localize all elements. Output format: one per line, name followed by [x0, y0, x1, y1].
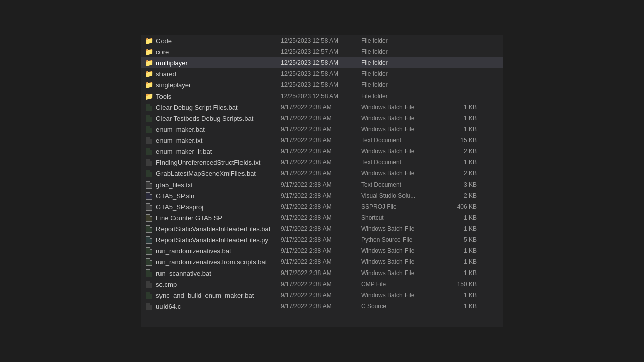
- file-name-label: Line Counter GTA5 SP: [156, 214, 222, 222]
- file-type: Text Document: [361, 181, 442, 188]
- file-name: 📁 Code: [145, 37, 281, 45]
- file-name: ReportStaticVariablesInHeaderFiles.py: [145, 236, 281, 244]
- file-name: 📁 core: [145, 48, 281, 56]
- bat-file-icon: [145, 291, 153, 299]
- list-item[interactable]: GTA5_SP.sln 9/17/2022 2:38 AM Visual Stu…: [141, 190, 503, 201]
- file-type: C Source: [361, 303, 442, 310]
- file-name: Line Counter GTA5 SP: [145, 214, 281, 222]
- file-name-label: GrabLatestMapSceneXmlFiles.bat: [156, 170, 256, 177]
- file-date: 9/17/2022 2:38 AM: [281, 203, 361, 210]
- file-date: 9/17/2022 2:38 AM: [281, 115, 361, 122]
- list-item[interactable]: GrabLatestMapSceneXmlFiles.bat 9/17/2022…: [141, 168, 503, 179]
- bat-file-icon: [145, 114, 153, 122]
- list-item[interactable]: Clear Testbeds Debug Scripts.bat 9/17/20…: [141, 113, 503, 124]
- file-name: sync_and_build_enum_maker.bat: [145, 291, 281, 299]
- list-item[interactable]: 📁 multiplayer 12/25/2023 12:58 AM File f…: [141, 57, 503, 68]
- file-name-label: run_scannative.bat: [156, 269, 211, 277]
- file-name: enum_maker.txt: [145, 136, 281, 144]
- list-item[interactable]: enum_maker.bat 9/17/2022 2:38 AM Windows…: [141, 124, 503, 135]
- bat-file-icon: [145, 269, 153, 277]
- generic-file-icon: [145, 180, 153, 189]
- file-date: 9/17/2022 2:38 AM: [281, 104, 361, 111]
- bat-file-icon: [145, 247, 153, 255]
- list-item[interactable]: 📁 Tools 12/25/2023 12:58 AM File folder: [141, 90, 503, 102]
- file-size: 1 KB: [442, 225, 477, 232]
- file-name: 📁 singleplayer: [145, 81, 281, 89]
- list-item[interactable]: 📁 core 12/25/2023 12:57 AM File folder: [141, 46, 503, 57]
- list-item[interactable]: Clear Debug Script Files.bat 9/17/2022 2…: [141, 102, 503, 113]
- file-date: 9/17/2022 2:38 AM: [281, 181, 361, 188]
- file-name-label: run_randomizenatives.from.scripts.bat: [156, 258, 267, 266]
- file-date: 9/17/2022 2:38 AM: [281, 269, 361, 277]
- list-item[interactable]: ReportStaticVariablesInHeaderFiles.bat 9…: [141, 223, 503, 234]
- list-item[interactable]: enum_maker.txt 9/17/2022 2:38 AM Text Do…: [141, 135, 503, 146]
- file-date: 9/17/2022 2:38 AM: [281, 303, 361, 310]
- file-name: GTA5_SP.sln: [145, 192, 281, 200]
- file-name: run_randomizenatives.from.scripts.bat: [145, 258, 281, 266]
- file-name: 📁 multiplayer: [145, 59, 281, 67]
- file-name-label: sc.cmp: [156, 281, 177, 288]
- file-date: 9/17/2022 2:38 AM: [281, 137, 361, 144]
- file-type: Windows Batch File: [361, 269, 442, 277]
- file-name-label: GTA5_SP.sln: [156, 192, 194, 200]
- file-name: FindingUnreferencedStructFields.txt: [145, 158, 281, 166]
- generic-file-icon: [145, 203, 153, 211]
- file-date: 9/17/2022 2:38 AM: [281, 225, 361, 232]
- file-type: Windows Batch File: [361, 247, 442, 254]
- list-item[interactable]: run_scannative.bat 9/17/2022 2:38 AM Win…: [141, 267, 503, 279]
- file-type: Windows Batch File: [361, 104, 442, 111]
- bat-file-icon: [145, 225, 153, 233]
- file-name: 📁 shared: [145, 70, 281, 78]
- file-date: 9/17/2022 2:38 AM: [281, 192, 361, 199]
- file-type: File folder: [361, 59, 442, 66]
- file-size: 15 KB: [442, 137, 477, 144]
- file-name-label: Clear Debug Script Files.bat: [156, 104, 238, 111]
- file-date: 12/25/2023 12:58 AM: [281, 81, 361, 88]
- file-size: 1 KB: [442, 303, 477, 310]
- folder-icon: 📁: [145, 48, 153, 56]
- file-name: GrabLatestMapSceneXmlFiles.bat: [145, 169, 281, 177]
- list-item[interactable]: gta5_files.txt 9/17/2022 2:38 AM Text Do…: [141, 179, 503, 190]
- list-item[interactable]: run_randomizenatives.from.scripts.bat 9/…: [141, 256, 503, 267]
- list-item[interactable]: 📁 shared 12/25/2023 12:58 AM File folder: [141, 68, 503, 79]
- generic-file-icon: [145, 136, 153, 144]
- folder-icon: 📁: [145, 70, 153, 78]
- list-item[interactable]: sc.cmp 9/17/2022 2:38 AM CMP File 150 KB: [141, 279, 503, 290]
- file-name: Clear Debug Script Files.bat: [145, 103, 281, 111]
- file-name-label: enum_maker_ir.bat: [156, 148, 212, 155]
- file-date: 12/25/2023 12:58 AM: [281, 93, 361, 100]
- file-name-label: FindingUnreferencedStructFields.txt: [156, 159, 260, 166]
- file-name: 📁 Tools: [145, 92, 281, 100]
- list-item[interactable]: sync_and_build_enum_maker.bat 9/17/2022 …: [141, 290, 503, 301]
- folder-icon: 📁: [145, 92, 153, 100]
- file-name-label: Tools: [156, 93, 171, 100]
- folder-icon: 📁: [145, 81, 153, 89]
- list-item[interactable]: 📁 singleplayer 12/25/2023 12:58 AM File …: [141, 79, 503, 90]
- file-name: Clear Testbeds Debug Scripts.bat: [145, 114, 281, 122]
- list-item[interactable]: enum_maker_ir.bat 9/17/2022 2:38 AM Wind…: [141, 146, 503, 157]
- file-type: Windows Batch File: [361, 115, 442, 122]
- file-type: Windows Batch File: [361, 148, 442, 155]
- file-date: 9/17/2022 2:38 AM: [281, 236, 361, 243]
- list-item[interactable]: 📁 Code 12/25/2023 12:58 AM File folder: [141, 35, 503, 46]
- file-name: enum_maker.bat: [145, 125, 281, 133]
- file-name-label: Clear Testbeds Debug Scripts.bat: [156, 115, 253, 122]
- file-name-label: ReportStaticVariablesInHeaderFiles.py: [156, 236, 268, 244]
- file-name-label: Code: [156, 37, 172, 45]
- list-item[interactable]: Line Counter GTA5 SP 9/17/2022 2:38 AM S…: [141, 212, 503, 223]
- file-date: 9/17/2022 2:38 AM: [281, 281, 361, 288]
- bat-file-icon: [145, 147, 153, 155]
- file-name-label: GTA5_SP.ssproj: [156, 203, 203, 211]
- generic-file-icon: [145, 302, 153, 310]
- list-item[interactable]: uuid64.c 9/17/2022 2:38 AM C Source 1 KB: [141, 301, 503, 312]
- list-item[interactable]: run_randomizenatives.bat 9/17/2022 2:38 …: [141, 245, 503, 256]
- file-name-label: sync_and_build_enum_maker.bat: [156, 292, 254, 299]
- list-item[interactable]: ReportStaticVariablesInHeaderFiles.py 9/…: [141, 234, 503, 245]
- file-date: 9/17/2022 2:38 AM: [281, 148, 361, 155]
- file-size: 1 KB: [442, 126, 477, 133]
- list-item[interactable]: GTA5_SP.ssproj 9/17/2022 2:38 AM SSPROJ …: [141, 201, 503, 212]
- list-item[interactable]: FindingUnreferencedStructFields.txt 9/17…: [141, 157, 503, 168]
- file-size: 1 KB: [442, 214, 477, 221]
- file-type: File folder: [361, 70, 442, 77]
- file-name-label: run_randomizenatives.bat: [156, 247, 231, 255]
